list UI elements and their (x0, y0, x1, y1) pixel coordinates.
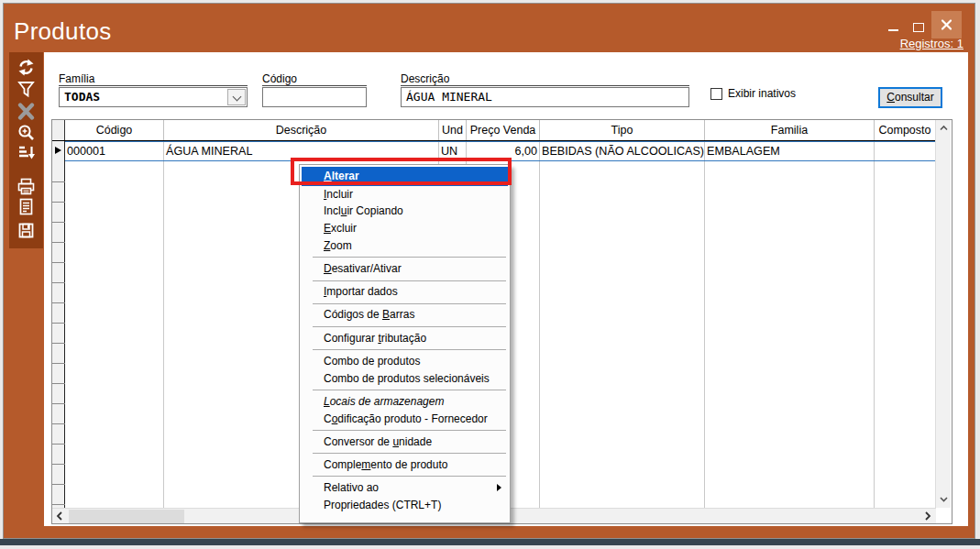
zoom-icon[interactable] (17, 123, 36, 142)
menu-separator (313, 453, 506, 454)
chevron-down-icon (233, 93, 242, 102)
menu-item-importar-dados[interactable]: Importar dados (300, 283, 510, 301)
selector-header-cell (52, 120, 65, 140)
menu-item-zoom[interactable]: Zoom (300, 237, 510, 255)
records-count-link[interactable]: Registros: 1 (900, 37, 963, 50)
maximize-button[interactable] (908, 15, 929, 33)
row-divider-tick (52, 403, 65, 404)
menu-item-excluir[interactable]: Excluir (300, 220, 510, 237)
row-cell-7[interactable] (875, 142, 936, 160)
row-divider-tick (52, 222, 65, 223)
exibir-inativos-label: Exibir inativos (728, 87, 796, 100)
menu-separator (313, 257, 506, 258)
menu-item-desativar-ativar[interactable]: Desativar/Ativar (300, 260, 510, 278)
row-divider-tick (52, 262, 65, 263)
codigo-label: Código (262, 73, 367, 86)
column-header-5[interactable]: Tipo (540, 120, 705, 140)
clear-x-icon[interactable] (17, 102, 36, 121)
menu-item-relativo-ao[interactable]: Relativo ao (300, 479, 510, 497)
row-cell-6[interactable]: EMBALAGEM (705, 142, 875, 160)
menu-separator (313, 390, 506, 390)
menu-separator (313, 349, 506, 350)
left-toolbar (9, 52, 43, 248)
horizontal-scroll-thumb[interactable] (69, 510, 184, 523)
row-divider-tick (52, 484, 65, 485)
current-row-marker-icon (55, 147, 61, 154)
menu-item-codifica-o-produto-fornecedor[interactable]: Codificação produto - Fornecedor (300, 411, 510, 428)
app-window: Produtos Registros: 1 Família TODAS Códi… (3, 3, 975, 539)
menu-item-c-digos-de-barras[interactable]: Códigos de Barras (300, 306, 510, 324)
column-header-3[interactable]: Und (439, 120, 467, 140)
menu-item-locais-de-armazenagem[interactable]: Locais de armazenagem (300, 393, 510, 411)
familia-combobox[interactable]: TODAS (59, 87, 248, 107)
scroll-right-arrow[interactable] (919, 509, 935, 523)
exibir-inativos-checkbox[interactable] (710, 88, 722, 100)
report-icon[interactable] (17, 197, 36, 216)
row-divider-tick (52, 202, 65, 203)
row-divider-tick (52, 343, 65, 344)
row-cell-1[interactable]: 000001 (65, 142, 164, 160)
menu-separator (313, 303, 506, 304)
grid-header: CódigoDescriçãoUndPreço VendaTipoFamilia… (52, 120, 936, 141)
familia-label: Família (59, 73, 248, 86)
combobox-dropdown-button[interactable] (227, 89, 246, 105)
row-cell-5[interactable]: BEBIDAS (NÃO ALCOOLICAS) (540, 142, 705, 160)
grid-column-line (704, 161, 705, 508)
row-selector-column (52, 141, 65, 508)
row-divider-tick (52, 464, 65, 465)
menu-item-conversor-de-unidade[interactable]: Conversor de unidade (300, 434, 510, 451)
filter-icon[interactable] (17, 80, 36, 99)
sort-icon[interactable] (17, 143, 36, 162)
row-divider-tick (52, 444, 65, 445)
row-divider-tick (52, 302, 65, 303)
row-divider-tick (52, 323, 65, 324)
close-icon (931, 11, 962, 38)
descricao-input[interactable]: ÁGUA MINERAL (401, 87, 689, 107)
scroll-down-arrow[interactable] (936, 492, 952, 507)
menu-item-combo-de-produtos-selecion-veis[interactable]: Combo de produtos selecionáveis (300, 370, 510, 388)
menu-separator (313, 280, 506, 281)
scrollbar-corner (936, 509, 951, 523)
row-divider-tick (52, 282, 65, 283)
scroll-left-arrow[interactable] (52, 509, 68, 523)
annotation-highlight-box (291, 158, 512, 185)
menu-item-propriedades-ctrl-t[interactable]: Propriedades (CTRL+T) (300, 497, 510, 514)
familia-value: TODAS (60, 88, 247, 106)
menu-item-configurar-tributa-o[interactable]: Configurar tributação (300, 330, 510, 347)
row-divider-tick (52, 504, 65, 505)
column-header-7[interactable]: Composto (875, 120, 936, 140)
column-header-2[interactable]: Descrição (164, 120, 439, 140)
row-divider-tick (52, 383, 65, 384)
row-divider-tick (52, 423, 65, 424)
descricao-value: ÁGUA MINERAL (402, 88, 688, 106)
row-divider-tick (52, 181, 65, 182)
grid-column-line (539, 161, 540, 508)
row-divider-tick (52, 242, 65, 243)
row-divider-tick (52, 363, 65, 364)
menu-item-incluir[interactable]: Incluir (300, 186, 510, 203)
menu-item-incluir-copiando[interactable]: Incluir Copiando (300, 203, 510, 220)
column-header-6[interactable]: Familia (705, 120, 875, 140)
minimize-button[interactable] (884, 15, 904, 33)
submenu-arrow-icon (497, 484, 501, 491)
consultar-button[interactable]: Consultar (878, 87, 942, 108)
context-menu: AlterarIncluirIncluir CopiandoExcluirZoo… (299, 164, 511, 523)
print-icon[interactable] (17, 177, 36, 196)
minimize-icon (888, 29, 898, 31)
save-icon[interactable] (17, 221, 36, 240)
menu-separator (313, 326, 506, 327)
scroll-up-arrow[interactable] (936, 121, 952, 136)
maximize-icon (913, 23, 924, 32)
grid-column-line (874, 161, 875, 508)
column-header-4[interactable]: Preço Venda (467, 120, 540, 140)
column-header-1[interactable]: Código (65, 120, 164, 140)
codigo-input[interactable] (262, 87, 367, 107)
menu-item-combo-de-produtos[interactable]: Combo de produtos (300, 353, 510, 370)
window-title: Produtos (14, 17, 111, 46)
descricao-label: Descrição (401, 73, 689, 86)
refresh-icon[interactable] (17, 58, 36, 77)
menu-item-complemento-de-produto[interactable]: Complemento de produto (300, 456, 510, 474)
menu-separator (313, 430, 506, 431)
vertical-scrollbar[interactable] (935, 120, 951, 508)
close-button[interactable] (931, 11, 962, 38)
